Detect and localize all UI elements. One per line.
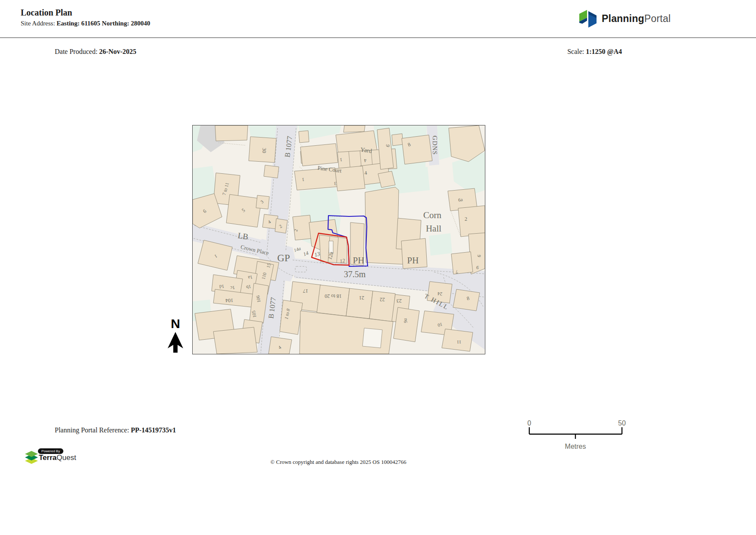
map-label: 22 <box>380 297 385 303</box>
map-label: 1d <box>219 284 225 289</box>
scale-label: Scale: <box>567 48 586 55</box>
map-label: 3 <box>334 181 337 186</box>
site-address-label: Site Address: <box>21 20 56 27</box>
scale-bar-start: 0 <box>528 419 531 427</box>
map-label: 24 <box>437 291 443 297</box>
reference-label: Planning Portal Reference: <box>55 426 131 434</box>
map-label: 1 <box>302 177 305 182</box>
map-label: 21 <box>359 295 364 301</box>
map-label: Corn <box>423 210 442 220</box>
map-label: Hall <box>426 223 441 234</box>
site-address-value: Easting: 611605 Northing: 280040 <box>56 20 150 27</box>
scale-bar-graphic: 0 50 Metres <box>524 416 629 453</box>
planning-reference: Planning Portal Reference: PP-14519735v1 <box>55 426 176 434</box>
planning-portal-logo-icon <box>578 9 598 28</box>
date-produced: Date Produced: 26-Nov-2025 <box>55 48 136 56</box>
map-label: GDNS <box>431 136 438 155</box>
map-label: PH <box>407 255 419 266</box>
location-plan-page: { "header": { "title": "Location Plan", … <box>0 0 756 535</box>
scale-value: 1:1250 @A4 <box>586 48 622 55</box>
terraquest-logo-icon <box>24 449 39 466</box>
map-label: PH <box>353 255 365 266</box>
terraquest-text-light: Quest <box>56 454 76 462</box>
map-label: LB <box>237 231 249 241</box>
logo-text-light: Portal <box>644 13 671 24</box>
page-title: Location Plan <box>21 8 72 18</box>
map-label: 1 <box>340 157 343 163</box>
map-canvas: MARKET HILL B 107730Yard1498GDNSPine Cou… <box>193 125 485 354</box>
site-address: Site Address: Easting: 611605 Northing: … <box>21 20 150 27</box>
north-arrow: N <box>166 316 185 358</box>
map-label: 37.5m <box>344 269 366 279</box>
map-label: 12 <box>339 257 345 264</box>
map-label: 17 <box>303 288 308 294</box>
header-divider <box>0 38 756 38</box>
date-label: Date Produced: <box>55 48 99 55</box>
date-value: 26-Nov-2025 <box>99 48 136 55</box>
planning-portal-wordmark: PlanningPortal <box>602 13 671 25</box>
map-label: 2 <box>465 216 467 222</box>
planning-portal-logo: PlanningPortal <box>578 8 750 29</box>
terraquest-text-bold: Terra <box>39 454 56 462</box>
scale-info: Scale: 1:1250 @A4 <box>567 48 622 56</box>
north-arrow-icon <box>166 331 185 354</box>
logo-text-bold: Planning <box>602 13 644 24</box>
map-label: 1c <box>230 285 235 291</box>
location-plan-map: MARKET HILL B 107730Yard1498GDNSPine Cou… <box>192 125 485 354</box>
scale-bar: 0 50 Metres <box>524 416 629 453</box>
map-label: 18 to 20 <box>325 293 341 299</box>
scale-bar-units: Metres <box>565 443 586 450</box>
scale-bar-end: 50 <box>618 419 626 427</box>
map-label: 104 <box>225 297 233 304</box>
map-label: 11 <box>457 340 462 345</box>
terraquest-wordmark: TerraQuest <box>39 454 76 462</box>
north-label: N <box>166 316 185 331</box>
map-label: 30 <box>261 148 267 153</box>
terraquest-logo: Powered By TerraQuest <box>24 447 119 467</box>
map-label: GP <box>277 253 290 263</box>
map-label: 23 <box>397 298 402 304</box>
reference-value: PP-14519735v1 <box>131 426 176 434</box>
